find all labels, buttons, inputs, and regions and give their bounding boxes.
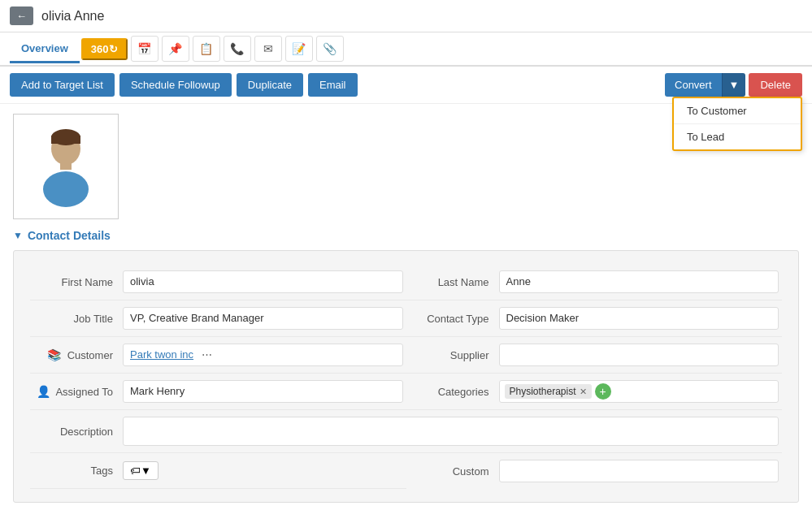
- form-grid: First Name olivia Last Name Anne Job Tit…: [30, 264, 782, 489]
- custom-row: Custom: [406, 453, 783, 489]
- tabs-bar: Overview 360↻ 📅 📌 📋 📞 ✉ 📝 📎: [0, 32, 812, 67]
- tab-note[interactable]: 📝: [285, 36, 313, 62]
- contact-type-value[interactable]: Decision Maker: [499, 307, 779, 330]
- svg-rect-2: [51, 136, 80, 144]
- top-bar: ← olivia Anne: [0, 0, 812, 32]
- convert-delete-group: Convert▼ Delete To Customer To Lead: [665, 73, 802, 97]
- supplier-value[interactable]: [499, 344, 779, 366]
- customer-row: 📚 Customer Park twon inc ⋯: [30, 337, 406, 374]
- assigned-to-value[interactable]: Mark Henry: [123, 380, 403, 403]
- assigned-to-row: 👤 Assigned To Mark Henry: [30, 374, 406, 410]
- description-label: Description: [33, 426, 123, 438]
- job-title-value[interactable]: VP, Creative Brand Manager: [123, 307, 403, 330]
- tab-overview[interactable]: Overview: [10, 36, 80, 63]
- description-row: Description: [30, 410, 782, 453]
- contact-details-header[interactable]: ▼ Contact Details: [13, 229, 799, 242]
- back-button[interactable]: ←: [10, 6, 33, 25]
- assigned-icon: 👤: [37, 385, 50, 398]
- customer-label: 📚 Customer: [33, 348, 123, 361]
- job-title-row: Job Title VP, Creative Brand Manager: [30, 300, 406, 337]
- convert-button[interactable]: Convert: [665, 73, 722, 97]
- contact-type-row: Contact Type Decision Maker: [406, 300, 783, 337]
- tab-phone[interactable]: 📞: [224, 36, 251, 62]
- tags-row: Tags 🏷 ▼: [30, 453, 406, 489]
- last-name-label: Last Name: [410, 276, 499, 288]
- description-value[interactable]: [123, 417, 779, 446]
- svg-point-3: [43, 171, 89, 207]
- tab-attachment[interactable]: 📎: [316, 36, 344, 62]
- customer-icon: 📚: [47, 348, 61, 361]
- category-add-button[interactable]: +: [595, 383, 611, 400]
- custom-value[interactable]: [499, 460, 779, 482]
- supplier-label: Supplier: [410, 349, 499, 361]
- duplicate-button[interactable]: Duplicate: [237, 73, 303, 97]
- customer-value: Park twon inc ⋯: [123, 344, 403, 366]
- content-area: ▼ Contact Details First Name olivia Last…: [0, 104, 812, 512]
- schedule-followup-button[interactable]: Schedule Followup: [119, 73, 232, 97]
- custom-label: Custom: [410, 465, 499, 478]
- avatar-icon: [29, 126, 102, 207]
- category-tag-physiotherapist: Physiotherapist ✕: [505, 384, 592, 399]
- tab-360[interactable]: 360↻: [81, 38, 128, 60]
- tab-task[interactable]: 📋: [193, 36, 220, 62]
- first-name-row: First Name olivia: [30, 264, 406, 300]
- tag-caret-icon: ▼: [141, 465, 151, 477]
- tab-pin[interactable]: 📌: [162, 36, 189, 62]
- first-name-label: First Name: [33, 276, 123, 288]
- supplier-row: Supplier: [406, 337, 783, 374]
- add-target-button[interactable]: Add to Target List: [10, 73, 115, 97]
- tags-label: Tags: [33, 465, 123, 477]
- tab-calendar[interactable]: 📅: [131, 36, 158, 62]
- last-name-row: Last Name Anne: [406, 264, 783, 300]
- convert-dropdown: To Customer To Lead: [672, 97, 802, 151]
- categories-row: Categories Physiotherapist ✕ +: [406, 374, 783, 410]
- last-name-value[interactable]: Anne: [499, 270, 779, 293]
- section-title: Contact Details: [28, 229, 111, 242]
- customer-link[interactable]: Park twon inc: [130, 348, 193, 361]
- chevron-down-icon: ▼: [13, 230, 23, 241]
- assigned-to-label: 👤 Assigned To: [33, 385, 123, 398]
- convert-to-customer[interactable]: To Customer: [674, 98, 801, 123]
- tag-icon: 🏷: [130, 465, 141, 477]
- action-bar: Add to Target List Schedule Followup Dup…: [0, 67, 812, 104]
- tags-value: 🏷 ▼: [123, 461, 158, 480]
- contact-type-label: Contact Type: [410, 313, 499, 325]
- svg-rect-4: [60, 162, 72, 170]
- categories-value: Physiotherapist ✕ +: [499, 380, 779, 403]
- categories-label: Categories: [410, 386, 499, 398]
- first-name-value[interactable]: olivia: [123, 270, 403, 293]
- convert-to-lead[interactable]: To Lead: [674, 124, 801, 149]
- email-button[interactable]: Email: [308, 73, 358, 97]
- avatar-box: [13, 114, 119, 219]
- convert-caret-button[interactable]: ▼: [722, 73, 746, 97]
- delete-button[interactable]: Delete: [749, 73, 802, 97]
- job-title-label: Job Title: [33, 313, 123, 325]
- tags-button[interactable]: 🏷 ▼: [123, 461, 158, 480]
- tab-email[interactable]: ✉: [254, 36, 282, 62]
- customer-more-button[interactable]: ⋯: [202, 348, 212, 361]
- category-remove-button[interactable]: ✕: [580, 387, 587, 397]
- page-title: olivia Anne: [41, 9, 104, 24]
- contact-details-form: First Name olivia Last Name Anne Job Tit…: [13, 250, 799, 503]
